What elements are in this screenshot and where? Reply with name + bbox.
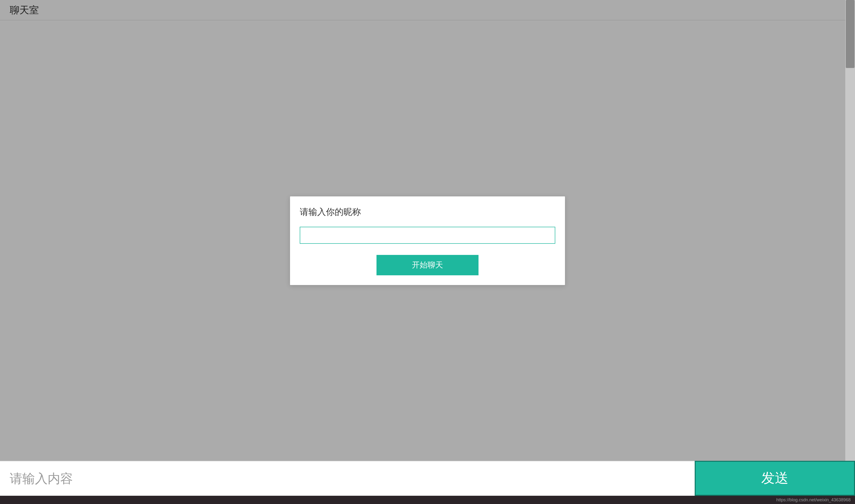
nickname-input[interactable]: [300, 227, 555, 244]
nickname-modal: 请输入你的昵称 开始聊天: [290, 196, 565, 285]
message-footer: 发送: [0, 461, 855, 496]
main-content: 请输入你的昵称 开始聊天: [0, 20, 855, 461]
modal-title: 请输入你的昵称: [300, 206, 555, 218]
header: 聊天室: [0, 0, 855, 20]
bottom-bar: https://blog.csdn.net/weixin_43638968: [0, 496, 855, 504]
watermark-text: https://blog.csdn.net/weixin_43638968: [776, 498, 851, 503]
start-chat-button[interactable]: 开始聊天: [376, 255, 479, 275]
button-wrapper: 开始聊天: [300, 255, 555, 275]
page-title: 聊天室: [10, 3, 39, 17]
send-button[interactable]: 发送: [695, 461, 855, 496]
message-input[interactable]: [0, 461, 695, 496]
